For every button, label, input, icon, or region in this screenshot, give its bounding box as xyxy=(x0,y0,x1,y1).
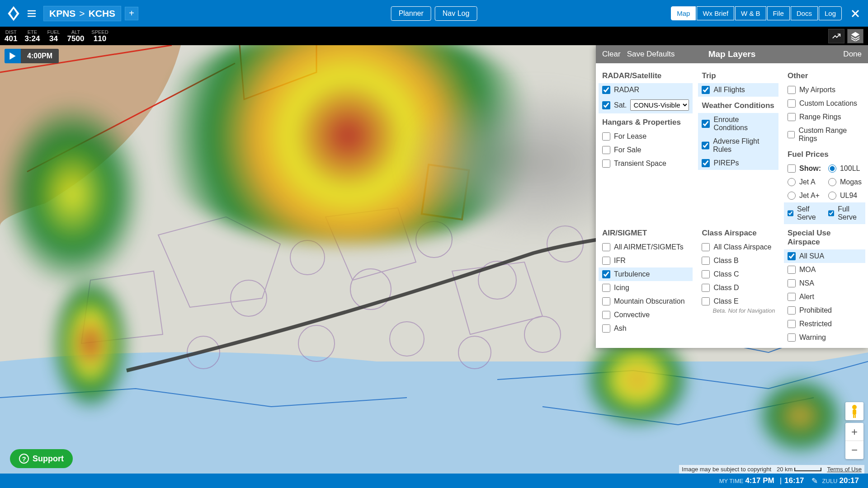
tab-file[interactable]: File xyxy=(767,6,790,20)
layer-all-sua[interactable]: All SUA xyxy=(784,249,865,263)
section-radar-sat: RADAR/Satellite xyxy=(599,67,693,83)
svg-point-38 xyxy=(852,405,857,409)
play-button[interactable] xyxy=(5,49,21,63)
layer-my-airports[interactable]: My Airports xyxy=(784,83,865,97)
fuel-mogas[interactable]: Mogas xyxy=(825,175,865,189)
layer-enroute[interactable]: Enroute Conditions xyxy=(698,113,778,135)
layer-convective[interactable]: Convective xyxy=(599,308,693,322)
add-waypoint-button[interactable]: + xyxy=(125,7,138,20)
zoom-out-button[interactable]: − xyxy=(845,441,863,459)
chart-tool-icon[interactable] xyxy=(828,29,844,43)
section-hangars: Hangars & Properties xyxy=(599,113,693,130)
route-box[interactable]: KPNS > KCHS xyxy=(43,6,121,21)
layer-transient[interactable]: Transient Space xyxy=(599,157,693,170)
fuel-full-serve[interactable]: Full Serve xyxy=(825,202,865,224)
panel-title: Map Layers xyxy=(708,49,756,59)
save-defaults-button[interactable]: Save Defaults xyxy=(627,50,675,59)
help-icon: ? xyxy=(19,454,29,464)
time-display[interactable]: 4:00PM xyxy=(21,49,59,63)
layer-ash[interactable]: Ash xyxy=(599,322,693,335)
layer-warning[interactable]: Warning xyxy=(784,331,865,344)
menu-icon[interactable] xyxy=(24,5,40,22)
svg-rect-40 xyxy=(853,415,854,418)
layer-radar[interactable]: RADAR xyxy=(599,83,693,97)
section-other: Other xyxy=(784,67,865,83)
fuel-value: 34 xyxy=(47,35,60,43)
layer-mtn-obs[interactable]: Mountain Obscuration xyxy=(599,295,693,308)
tab-wxbrief[interactable]: Wx Brief xyxy=(697,6,734,20)
layer-class-c[interactable]: Class C xyxy=(698,267,778,281)
scale-text: 20 km xyxy=(777,466,793,473)
zoom-control: + − xyxy=(845,423,863,459)
layer-adverse[interactable]: Adverse Flight Rules xyxy=(698,135,778,156)
layer-class-d[interactable]: Class D xyxy=(698,281,778,295)
pegman-icon[interactable] xyxy=(845,402,863,420)
fuel-jetap[interactable]: Jet A+ xyxy=(784,189,825,202)
layer-for-lease[interactable]: For Lease xyxy=(599,130,693,143)
time-control: 4:00PM xyxy=(5,49,59,63)
flight-info-strip: DIST401 ETE3:24 FUEL34 ALT7500 SPEED110 xyxy=(0,27,868,45)
layer-prohibited[interactable]: Prohibited xyxy=(784,304,865,317)
route-to: KCHS xyxy=(89,8,116,19)
layer-moa[interactable]: MOA xyxy=(784,263,865,277)
app-logo[interactable] xyxy=(4,4,24,23)
tab-map[interactable]: Map xyxy=(671,6,696,20)
fuel-show[interactable]: Show: xyxy=(784,162,825,175)
navlog-button[interactable]: Nav Log xyxy=(435,6,477,21)
layer-alert[interactable]: Alert xyxy=(784,290,865,304)
map-layers-panel: Clear Save Defaults Map Layers Done RADA… xyxy=(596,45,868,348)
done-button[interactable]: Done xyxy=(843,50,862,59)
map-attribution: Image may be subject to copyright 20 km … xyxy=(679,465,864,474)
layer-all-airmet[interactable]: All AIRMET/SIGMETs xyxy=(599,240,693,254)
zoom-in-button[interactable]: + xyxy=(845,423,863,441)
terms-link[interactable]: Terms of Use xyxy=(827,466,862,473)
fuel-self-serve[interactable]: Self Serve xyxy=(784,202,825,224)
sat-select[interactable]: CONUS-Visible xyxy=(630,99,689,111)
view-tabs: Map Wx Brief W & B File Docs Log xyxy=(671,6,863,21)
fuel-100ll[interactable]: 100LL xyxy=(825,162,865,175)
section-wx: Weather Conditions xyxy=(698,97,778,113)
layer-ifr[interactable]: IFR xyxy=(599,254,693,267)
section-sua: Special Use Airspace xyxy=(784,224,865,249)
speed-value: 110 xyxy=(91,35,108,43)
layer-restricted[interactable]: Restricted xyxy=(784,317,865,331)
svg-rect-39 xyxy=(853,409,856,415)
layer-all-class[interactable]: All Class Airspace xyxy=(698,240,778,254)
layer-turbulence[interactable]: Turbulence xyxy=(599,267,693,281)
alt-label: ALT xyxy=(67,29,85,35)
layer-range-rings[interactable]: Range Rings xyxy=(784,110,865,124)
tab-docs[interactable]: Docs xyxy=(791,6,818,20)
layers-tool-icon[interactable] xyxy=(847,29,863,43)
local-time: 16:17 xyxy=(784,476,804,485)
section-trip: Trip xyxy=(698,67,778,83)
alt-value: 7500 xyxy=(67,35,85,43)
copyright-text: Image may be subject to copyright xyxy=(682,466,771,473)
layer-for-sale[interactable]: For Sale xyxy=(599,143,693,157)
close-icon[interactable] xyxy=(848,6,863,21)
layer-sat[interactable]: Sat. CONUS-Visible xyxy=(599,97,693,113)
support-button[interactable]: ? Support xyxy=(10,449,73,468)
fuel-jeta[interactable]: Jet A xyxy=(784,175,825,189)
section-airsigmet: AIR/SIGMET xyxy=(599,224,693,240)
layer-class-b[interactable]: Class B xyxy=(698,254,778,267)
layer-icing[interactable]: Icing xyxy=(599,281,693,295)
clear-button[interactable]: Clear xyxy=(602,50,621,59)
tab-log[interactable]: Log xyxy=(819,6,842,20)
bottombar: MY TIME 4:17 PM | 16:17 ✎ ZULU 20:17 xyxy=(0,474,868,488)
topbar: KPNS > KCHS + Planner Nav Log Map Wx Bri… xyxy=(0,0,868,27)
layer-pireps[interactable]: PIREPs xyxy=(698,156,778,170)
layer-nsa[interactable]: NSA xyxy=(784,277,865,290)
dist-value: 401 xyxy=(5,35,17,43)
layer-all-flights[interactable]: All Flights xyxy=(698,83,778,97)
beta-note: Beta. Not for Navigation xyxy=(698,307,778,314)
mytime-value: 4:17 PM xyxy=(745,476,774,485)
layer-custom-rings[interactable]: Custom Range Rings xyxy=(784,124,865,145)
fuel-ul94[interactable]: UL94 xyxy=(825,189,865,202)
speed-label: SPEED xyxy=(91,29,108,35)
zulu-label: ZULU xyxy=(822,478,838,484)
edit-time-icon[interactable]: ✎ xyxy=(811,476,818,486)
tab-wb[interactable]: W & B xyxy=(735,6,766,20)
layer-class-e[interactable]: Class E xyxy=(698,295,778,308)
layer-custom-loc[interactable]: Custom Locations xyxy=(784,97,865,110)
planner-button[interactable]: Planner xyxy=(391,6,431,21)
